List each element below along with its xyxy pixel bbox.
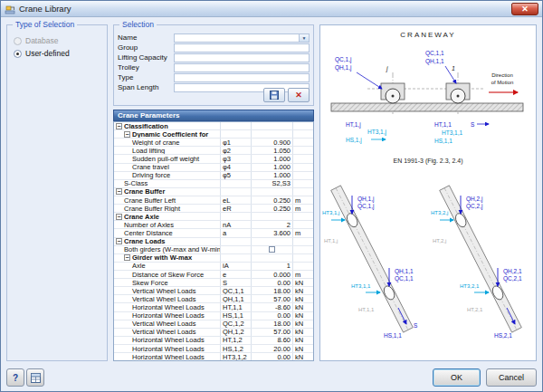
param-value[interactable]: 18.00 xyxy=(252,287,293,294)
param-row[interactable]: Vertical Wheel LoadsQH,1,257.00kN xyxy=(114,329,313,337)
param-row[interactable]: AxleiA1 xyxy=(114,263,313,271)
param-value[interactable]: 0.000 xyxy=(252,271,293,278)
param-description: Crane Buffer Right xyxy=(114,205,221,212)
param-value[interactable]: 0.250 xyxy=(252,196,293,204)
param-value[interactable]: 18.00 xyxy=(252,320,293,328)
label-ht1j: HT,1,j xyxy=(346,121,361,129)
param-row[interactable]: Both girders (W-max and W-min) xyxy=(114,246,313,254)
param-value[interactable]: 1.000 xyxy=(252,172,293,179)
units-button[interactable] xyxy=(26,368,44,387)
param-row[interactable]: Horizontal Wheel LoadsHT,1,1-8.60kN xyxy=(114,303,313,311)
param-group-row[interactable]: −Crane Axle xyxy=(114,213,313,221)
param-value[interactable]: -8.60 xyxy=(252,303,293,311)
param-value[interactable] xyxy=(252,130,293,138)
delete-entry-button[interactable]: ✕ xyxy=(288,88,310,102)
param-value[interactable]: 0.00 xyxy=(252,353,293,360)
cancel-button[interactable]: Cancel xyxy=(486,368,537,387)
param-row[interactable]: Horizontal Wheel LoadsHT3,1,20.00kN xyxy=(114,353,313,360)
lifting-capacity-field[interactable] xyxy=(174,53,310,62)
type-field[interactable] xyxy=(174,73,310,82)
param-value[interactable]: S2,S3 xyxy=(252,180,293,187)
param-description: Horizontal Wheel Loads xyxy=(114,345,221,352)
title-bar[interactable]: Crane Library ✕ xyxy=(1,1,542,17)
param-unit: kN xyxy=(293,337,313,344)
label-ht311: HT3,1,1 xyxy=(442,129,463,136)
param-value[interactable]: 1.000 xyxy=(252,164,293,171)
param-description: Vertical Wheel Loads xyxy=(114,329,221,336)
collapse-icon[interactable]: − xyxy=(124,131,130,138)
user-defined-radio-label: User-defined xyxy=(25,49,70,58)
dropdown-arrow-icon[interactable]: ▼ xyxy=(299,34,309,42)
param-value[interactable]: 20.00 xyxy=(252,345,293,352)
param-row[interactable]: Horizontal Wheel LoadsHS,1,10.00kN xyxy=(114,312,313,320)
param-value[interactable] xyxy=(252,122,293,129)
param-value[interactable] xyxy=(252,188,293,196)
param-value[interactable] xyxy=(252,254,293,262)
g1-ht-1: HT,1,1 xyxy=(358,307,375,312)
param-row[interactable]: Crane Buffer LefteL0.250m xyxy=(114,196,313,205)
radio-row-user-defined[interactable]: User-defined xyxy=(7,45,107,58)
param-value[interactable]: 57.00 xyxy=(252,329,293,336)
param-row[interactable]: Sudden pull-off weightφ31.000 xyxy=(114,155,313,163)
ok-button[interactable]: OK xyxy=(433,368,481,387)
param-value[interactable]: 0.00 xyxy=(252,279,293,286)
group-field[interactable] xyxy=(174,43,310,53)
user-defined-radio[interactable] xyxy=(14,50,22,58)
param-row[interactable]: Crane travelφ41.000 xyxy=(114,164,313,172)
param-row[interactable]: Center Distancea3.600m xyxy=(114,229,313,237)
trolley-field[interactable] xyxy=(174,63,310,72)
both-girders-checkbox[interactable] xyxy=(269,246,275,253)
param-value[interactable]: 0.900 xyxy=(252,139,293,146)
g2-hs-1: HS,2,1 xyxy=(494,332,512,339)
param-row[interactable]: Skew ForceS0.00kN xyxy=(114,279,313,287)
param-row[interactable]: Horizontal Wheel LoadsHT,1,28.60kN xyxy=(114,337,313,345)
database-radio[interactable] xyxy=(14,37,22,45)
param-group-row[interactable]: −Classification xyxy=(114,122,313,130)
name-combobox[interactable]: ▼ xyxy=(174,33,310,43)
g2-qc-1: QC,2,1 xyxy=(503,275,522,282)
param-value[interactable]: 1.000 xyxy=(252,155,293,162)
param-row[interactable]: Horizontal Wheel LoadsHS,1,220.00kN xyxy=(114,345,313,353)
close-button[interactable]: ✕ xyxy=(511,3,538,15)
param-value[interactable] xyxy=(252,238,293,245)
collapse-icon[interactable]: − xyxy=(116,123,122,129)
param-value[interactable]: 1 xyxy=(252,263,293,270)
param-symbol xyxy=(221,254,252,262)
save-entry-button[interactable] xyxy=(263,88,285,102)
param-value[interactable] xyxy=(252,213,293,220)
param-value[interactable]: 8.60 xyxy=(252,337,293,344)
collapse-icon[interactable]: − xyxy=(124,254,130,261)
param-row[interactable]: Load liftingφ21.050 xyxy=(114,147,313,155)
param-row[interactable]: S-ClassS2,S3 xyxy=(114,180,313,188)
param-description: −Crane Loads xyxy=(114,238,221,245)
g2-ht3-1: HT3,2,1 xyxy=(460,283,480,289)
param-checkbox-cell[interactable] xyxy=(252,246,293,253)
diagram-title: CRANEWAY xyxy=(400,31,455,39)
param-group-row[interactable]: −Crane Loads xyxy=(114,238,313,246)
g1-qh-1: QH,1,1 xyxy=(395,268,414,275)
label-qc11: QC,1,1 xyxy=(425,50,444,57)
param-row[interactable]: Vertical Wheel LoadsQC,1,218.00kN xyxy=(114,320,313,329)
collapse-icon[interactable]: − xyxy=(116,214,122,220)
param-row[interactable]: Distance of Skew Forcee0.000m xyxy=(114,271,313,279)
param-group-row[interactable]: −Crane Buffer xyxy=(114,188,313,196)
param-value[interactable]: 3.600 xyxy=(252,229,293,236)
param-row[interactable]: Vertical Wheel LoadsQH,1,157.00kN xyxy=(114,295,313,303)
param-row[interactable]: Weight of craneφ10.900 xyxy=(114,139,313,147)
param-group-row[interactable]: −Dynamic Coefficient for xyxy=(114,130,313,139)
param-value[interactable]: 0.250 xyxy=(252,205,293,212)
collapse-icon[interactable]: − xyxy=(116,238,122,244)
param-value[interactable]: 57.00 xyxy=(252,295,293,302)
param-value[interactable]: 2 xyxy=(252,221,293,228)
param-row[interactable]: Vertical Wheel LoadsQC,1,118.00kN xyxy=(114,287,313,295)
param-row[interactable]: Number of AxlesnA2 xyxy=(114,221,313,229)
param-group-row[interactable]: −Girder with W-max xyxy=(114,254,313,263)
param-row[interactable]: Crane Buffer RighteR0.250m xyxy=(114,205,313,213)
param-value[interactable]: 1.050 xyxy=(252,147,293,154)
radio-row-database[interactable]: Database xyxy=(7,33,107,45)
collapse-icon[interactable]: − xyxy=(116,188,122,195)
help-button[interactable]: ? xyxy=(6,368,24,387)
param-row[interactable]: Driving forceφ51.000 xyxy=(114,172,313,180)
param-value[interactable]: 0.00 xyxy=(252,312,293,320)
g2-ht3-j: HT3,2,j xyxy=(431,210,448,215)
